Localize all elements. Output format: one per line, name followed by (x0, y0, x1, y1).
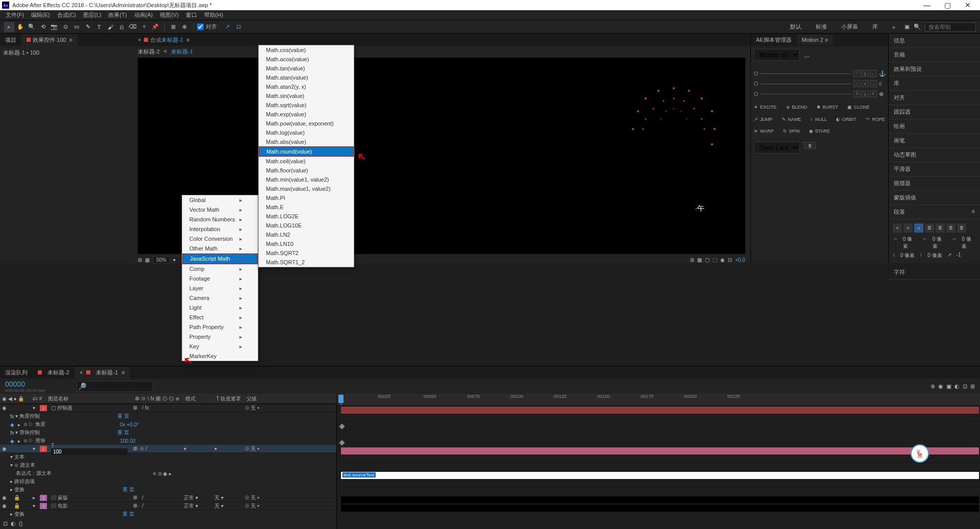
transparent-icon[interactable]: ⊡ (728, 257, 732, 263)
timeline-search-input[interactable] (77, 381, 153, 392)
indent-first[interactable]: 0 像素 (962, 236, 976, 250)
menu-file[interactable]: 文件(F) (2, 11, 28, 19)
menu-global[interactable]: Global▸ (182, 195, 258, 205)
menu-footage[interactable]: Footage▸ (182, 274, 258, 284)
panel-character[interactable]: 字符 (889, 265, 980, 280)
s1b1[interactable]: 「 (853, 70, 861, 77)
workspace-library[interactable]: 库 (867, 22, 883, 32)
brush-tool-icon[interactable]: 🖌 (105, 22, 115, 32)
slider3-dot[interactable] (754, 92, 758, 96)
timecode[interactable]: 00000 (0, 380, 71, 388)
math-log10e[interactable]: Math.LOG10E (259, 221, 354, 230)
panel-effects[interactable]: 效果和预设 (889, 62, 980, 77)
menu-help[interactable]: 帮助(H) (201, 11, 227, 19)
task-launch-dropdown[interactable]: Task Launch (754, 142, 800, 154)
delete-task-icon[interactable]: 🗑 (804, 142, 816, 149)
menu-window[interactable]: 窗口 (182, 11, 201, 19)
panel-paragraph[interactable]: 段落≡ (889, 205, 980, 219)
menu-layer[interactable]: Layer▸ (182, 284, 258, 293)
math-atan[interactable]: Math.atan(value) (259, 73, 354, 82)
snap-checkbox[interactable] (197, 23, 204, 30)
mask-icon[interactable]: ▢ (705, 257, 709, 263)
tab-project[interactable]: 项目 (0, 34, 21, 46)
tl-icon5[interactable]: ⊡ (963, 383, 967, 390)
math-cos[interactable]: Math.cos(value) (259, 45, 354, 55)
math-round[interactable]: Math.round(value) (259, 146, 354, 157)
math-atan2[interactable]: Math.atan2(y, x) (259, 82, 354, 91)
menu-edit[interactable]: 编辑(E) (28, 11, 54, 19)
panel-library[interactable]: 库 (889, 77, 980, 91)
s3b2[interactable]: | (862, 90, 869, 97)
channel-icon[interactable]: ▦ (145, 257, 150, 263)
action-jump[interactable]: ↗ JUMP (754, 116, 773, 122)
s3b1[interactable]: └ (853, 90, 861, 97)
breadcrumb-1[interactable]: 未标题-2 (138, 48, 160, 56)
tl-icon2[interactable]: ◉ (938, 383, 943, 390)
space-after[interactable]: 0 像素 (927, 252, 942, 259)
menu-animation[interactable]: 动画(A) (131, 11, 157, 19)
comp-name[interactable]: 未标题-1 (161, 36, 183, 44)
justify-center-icon[interactable]: ≣ (936, 223, 945, 233)
col-parent[interactable]: 父级 (244, 395, 336, 402)
panel-align[interactable]: 对齐 (889, 91, 980, 105)
menu-layer[interactable]: 图层(L) (80, 11, 105, 19)
keyframe-angle[interactable] (339, 423, 345, 429)
search-input[interactable] (925, 22, 976, 32)
tl-icon4[interactable]: ◐ (954, 383, 960, 390)
region-icon[interactable]: ◉ (720, 257, 725, 263)
math-abs[interactable]: Math.abs(value) (259, 137, 354, 146)
math-acos[interactable]: Math.acos(value) (259, 55, 354, 64)
action-name[interactable]: ✎ NAME (782, 116, 801, 122)
playhead[interactable] (341, 394, 341, 406)
maximize-button[interactable]: ▢ (942, 1, 952, 9)
math-pi[interactable]: Math.PI (259, 193, 354, 203)
col-mode[interactable]: 模式 (183, 395, 214, 402)
tab-ae-script[interactable]: AE脚本管理器 (751, 34, 797, 46)
tl-icon1[interactable]: ⊕ (930, 383, 935, 390)
math-sin[interactable]: Math.sin(value) (259, 91, 354, 100)
math-ln10[interactable]: Math.LN10 (259, 239, 354, 248)
pen-tool-icon[interactable]: ✎ (83, 22, 93, 32)
workspace-small[interactable]: 小屏幕 (836, 22, 863, 32)
menu-light[interactable]: Light▸ (182, 303, 258, 313)
justify-right-icon[interactable]: ≣ (946, 223, 955, 233)
s1b3[interactable]: 」 (870, 70, 877, 77)
menu-effect[interactable]: Effect▸ (182, 313, 258, 322)
stamp-tool-icon[interactable]: ⎙ (116, 22, 127, 32)
action-clone[interactable]: ▣ CLONE (847, 105, 870, 110)
breadcrumb-2[interactable]: 未标题-1 (171, 48, 193, 56)
menu-property[interactable]: Property▸ (182, 332, 258, 342)
action-null[interactable]: ○ NULL (811, 116, 827, 122)
s3b3[interactable]: ┘ (870, 90, 877, 97)
panel-wiggler[interactable]: 摇摆器 (889, 177, 980, 191)
s2b2[interactable]: + (862, 80, 869, 87)
workspace-default[interactable]: 默认 (785, 22, 806, 32)
toggle-switches-icon[interactable]: ⊡ (3, 520, 8, 527)
col-layer-name[interactable]: 图层名称 (46, 395, 133, 402)
math-e[interactable]: Math.E (259, 203, 354, 212)
tab-motion2[interactable]: Motion 2 ≡ (797, 35, 834, 45)
math-sqrt[interactable]: Math.sqrt(value) (259, 100, 354, 110)
math-min[interactable]: Math.min(value1, value2) (259, 175, 354, 184)
tab-effect-controls[interactable]: 效果控件 100≡ (21, 34, 78, 46)
time-ruler[interactable]: 00025 00050 00075 00100 00125 00150 0017… (337, 394, 980, 406)
snap-mode1-icon[interactable]: ↗ (222, 22, 232, 32)
grid-icon[interactable]: ⊞ (690, 257, 694, 263)
orbit-tool-icon[interactable]: ⟲ (38, 22, 48, 32)
panel-motion-sketch[interactable]: 动态草图 (889, 148, 980, 162)
3d-icon[interactable]: ⬚ (713, 257, 717, 263)
tab-comp2[interactable]: × 未标题-1 ≡ (75, 367, 130, 379)
toggle-brackets-icon[interactable]: {} (19, 520, 22, 527)
tl-icon3[interactable]: ▣ (946, 383, 951, 390)
math-sqrt2[interactable]: Math.SQRT2 (259, 248, 354, 258)
world-axis-icon[interactable]: ⊕ (179, 22, 189, 32)
zoom-tool-icon[interactable]: 🔍 (27, 22, 37, 32)
align-left-icon[interactable]: ≡ (893, 223, 902, 233)
project-item[interactable]: 未标题-1 • 100 (3, 49, 39, 56)
col-trkmat[interactable]: T 轨道遮罩 (214, 395, 244, 402)
math-pow[interactable]: Math.pow(value, exponent) (259, 119, 354, 128)
motion-preset-dropdown[interactable]: Motion v2 (754, 49, 800, 61)
menu-javascript-math[interactable]: JavaScript Math▸ (182, 254, 258, 264)
anchor-icon[interactable]: ⚓ (879, 70, 885, 77)
keyframe-slider[interactable] (339, 440, 345, 445)
